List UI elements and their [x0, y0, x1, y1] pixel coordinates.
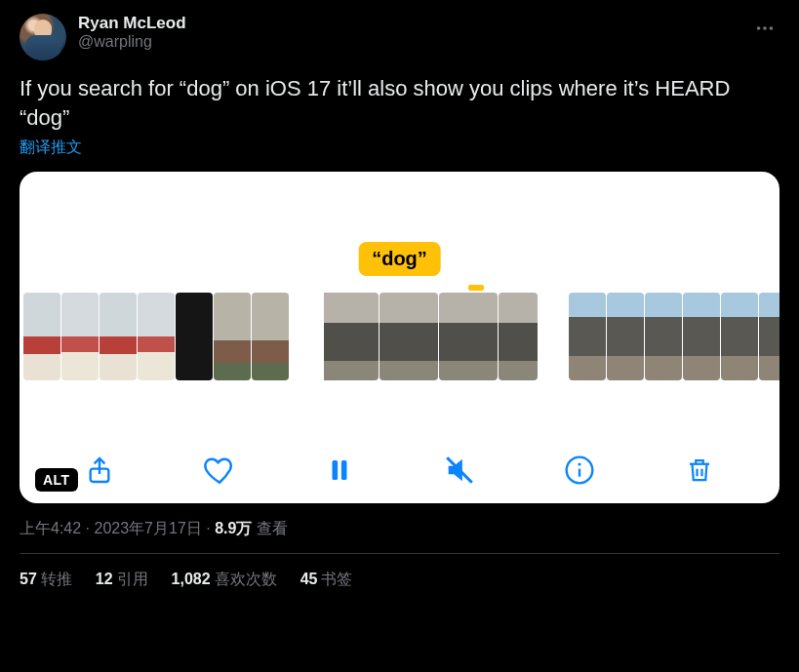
- timeline-frame: [759, 293, 779, 380]
- pause-icon: [325, 455, 354, 485]
- author-block[interactable]: Ryan McLeod @warpling: [78, 14, 186, 51]
- svg-point-0: [757, 26, 761, 30]
- more-icon: [754, 18, 776, 39]
- timeline-frame: [320, 293, 379, 380]
- video-timeline[interactable]: [20, 293, 779, 382]
- more-button[interactable]: [750, 14, 779, 43]
- svg-rect-4: [332, 460, 338, 480]
- clip-strip[interactable]: [320, 293, 538, 382]
- share-button[interactable]: [80, 451, 119, 490]
- timeline-frame: [252, 293, 289, 380]
- views-label: 查看: [252, 520, 287, 536]
- mute-button[interactable]: [440, 451, 479, 490]
- caption-pill: “dog”: [358, 242, 441, 276]
- clip-strip[interactable]: [569, 293, 779, 382]
- share-icon: [84, 455, 115, 486]
- timeline-frame: [176, 293, 213, 380]
- svg-point-9: [579, 463, 581, 466]
- views-count: 8.9万: [215, 520, 252, 536]
- timeline-frame: [645, 293, 682, 380]
- timeline-frame: [607, 293, 644, 380]
- tweet-meta[interactable]: 上午4:42 · 2023年7月17日 · 8.9万 查看: [20, 519, 779, 539]
- mute-icon: [443, 454, 476, 487]
- timeline-frame: [569, 293, 606, 380]
- tweet-container: Ryan McLeod @warpling If you search for …: [0, 0, 799, 590]
- stats-row: 57转推 12引用 1,082喜欢次数 45书签: [20, 554, 779, 590]
- stat-likes[interactable]: 1,082喜欢次数: [172, 570, 277, 590]
- alt-badge[interactable]: ALT: [35, 468, 78, 492]
- playhead-marker: [468, 285, 484, 291]
- timeline-frame: [23, 293, 60, 380]
- tweet-header: Ryan McLeod @warpling: [20, 14, 779, 60]
- timeline-frame: [499, 293, 538, 380]
- stat-bookmarks[interactable]: 45书签: [300, 570, 353, 590]
- avatar[interactable]: [20, 14, 66, 60]
- pause-button[interactable]: [320, 451, 359, 490]
- trash-icon: [685, 455, 714, 485]
- info-icon: [564, 455, 595, 486]
- timeline-frame: [683, 293, 720, 380]
- info-button[interactable]: [560, 451, 599, 490]
- delete-button[interactable]: [680, 451, 719, 490]
- tweet-text: If you search for “dog” on iOS 17 it’ll …: [20, 74, 779, 132]
- timeline-frame: [61, 293, 99, 380]
- like-button[interactable]: [200, 451, 239, 490]
- clip-strip[interactable]: [23, 293, 289, 382]
- media-card[interactable]: “dog”: [20, 172, 779, 503]
- heart-icon: [203, 454, 236, 487]
- stat-quotes[interactable]: 12引用: [96, 570, 148, 590]
- timeline-frame: [214, 293, 251, 380]
- media-toolbar: [20, 451, 779, 490]
- timestamp: 上午4:42: [20, 520, 81, 536]
- timeline-frame: [721, 293, 758, 380]
- timeline-frame: [380, 293, 438, 380]
- handle: @warpling: [78, 33, 186, 51]
- display-name: Ryan McLeod: [78, 14, 186, 33]
- svg-rect-5: [341, 460, 347, 480]
- timeline-frame: [100, 293, 137, 380]
- timeline-frame: [439, 293, 498, 380]
- svg-point-1: [763, 26, 767, 30]
- svg-point-2: [770, 26, 774, 30]
- translate-link[interactable]: 翻译推文: [20, 138, 82, 158]
- date: 2023年7月17日: [94, 520, 201, 536]
- timeline-frame: [138, 293, 175, 380]
- stat-retweets[interactable]: 57转推: [20, 570, 72, 590]
